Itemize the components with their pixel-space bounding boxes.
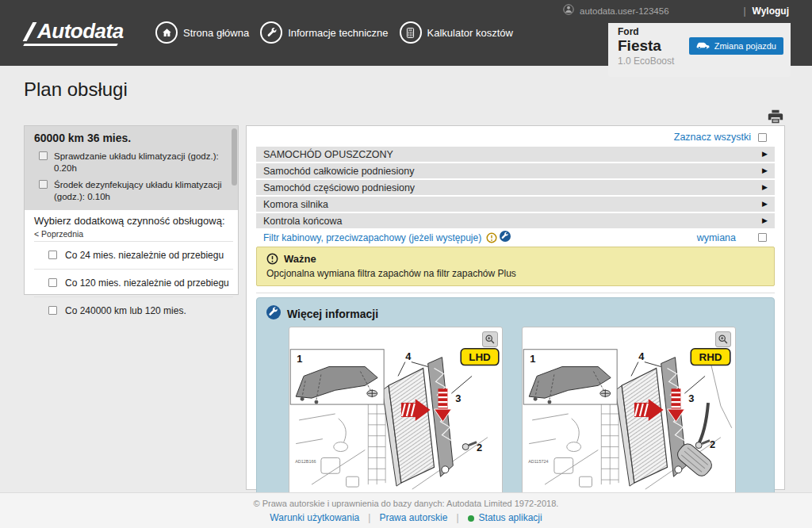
accordion-section-engine-bay[interactable]: Komora silnika ▶ xyxy=(256,197,775,212)
part-label-3: 3 xyxy=(688,392,694,404)
option-label: Co 240000 km lub 120 mies. xyxy=(65,305,186,316)
task-checkbox[interactable] xyxy=(39,151,48,160)
part-label-1: 1 xyxy=(530,353,535,365)
interval-option-row[interactable]: Co 120 mies. niezależnie od przebiegu xyxy=(34,269,233,297)
footer-separator: | xyxy=(368,512,370,523)
print-button[interactable] xyxy=(766,108,785,127)
task-label: Środek dezynfekujący układu klimatyzacji… xyxy=(54,179,233,203)
item-icons xyxy=(486,231,511,245)
lhd-badge: LHD xyxy=(469,351,491,363)
logo-slash-icon xyxy=(19,22,37,41)
task-label: Sprawdzanie układu klimatyzacji (godz.):… xyxy=(54,151,233,174)
figure-code: AD115724 xyxy=(528,459,548,464)
accordion-label: Samochód częściowo podniesiony xyxy=(263,182,415,193)
option-label: Co 24 mies. niezależnie od przebiegu xyxy=(65,250,224,261)
car-icon xyxy=(696,41,710,52)
page-footer: © Prawa autorskie i uprawnienia do bazy … xyxy=(0,492,812,528)
previous-link[interactable]: < Poprzednia xyxy=(34,229,228,239)
wrench-circle-icon[interactable] xyxy=(500,231,511,245)
accordion-section-car-fully-raised[interactable]: Samochód całkowicie podniesiony ▶ xyxy=(256,163,775,178)
expand-arrow-icon: ▶ xyxy=(762,184,768,191)
nav-label-cost-calculator: Kalkulator kosztów xyxy=(427,27,513,39)
vehicle-card: Ford Fiesta 1.0 EcoBoost Zmiana pojazdu xyxy=(608,23,791,77)
part-label-1: 1 xyxy=(297,353,302,365)
footer-separator: | xyxy=(456,512,458,523)
logout-link[interactable]: Wyloguj xyxy=(753,6,789,17)
cabin-filter-checkbox[interactable] xyxy=(758,233,767,242)
username-text: autodata.user-123456 xyxy=(580,6,669,16)
autodata-app: autodata.user-123456 | Wyloguj Autodata … xyxy=(0,0,812,528)
interval-header-block: 60000 km 36 mies. Sprawdzanie układu kli… xyxy=(25,126,238,210)
task-row[interactable]: Sprawdzanie układu klimatyzacji (godz.):… xyxy=(34,148,235,177)
part-label-3: 3 xyxy=(455,392,461,404)
user-row: autodata.user-123456 | Wyloguj xyxy=(563,4,789,18)
option-checkbox[interactable] xyxy=(48,278,57,287)
vehicle-make: Ford xyxy=(618,26,674,37)
top-header: autodata.user-123456 | Wyloguj Autodata … xyxy=(0,0,812,66)
logo-underline xyxy=(23,44,118,46)
footer-link-terms[interactable]: Warunki użytkowania xyxy=(270,512,359,523)
magnifier-icon xyxy=(718,334,729,345)
divider xyxy=(256,293,775,293)
logo-inner: Autodata xyxy=(24,21,124,41)
nav-item-technical-info[interactable]: Informacje techniczne xyxy=(260,21,388,44)
status-ok-icon xyxy=(468,515,474,522)
interval-title: 60000 km 36 mies. xyxy=(34,132,235,144)
autodata-logo[interactable]: Autodata xyxy=(24,21,124,46)
accordion-section-final-check[interactable]: Kontrola końcowa ▶ xyxy=(256,213,775,228)
nav-item-cost-calculator[interactable]: Kalkulator kosztów xyxy=(400,21,513,44)
main-nav: Strona główna Informacje techniczne Kalk… xyxy=(155,21,513,44)
accordion-label: Kontrola końcowa xyxy=(263,216,342,227)
vehicle-engine: 1.0 EcoBoost xyxy=(618,55,674,67)
wrench-circle-icon xyxy=(266,305,281,323)
footer-link-copyright[interactable]: Prawa autorskie xyxy=(379,512,447,523)
accordion-section-car-partly-raised[interactable]: Samochód częściowo podniesiony ▶ xyxy=(256,180,775,195)
calculator-icon xyxy=(400,21,422,44)
left-panel-scrollbar[interactable] xyxy=(232,128,237,186)
select-all-link[interactable]: Zaznacz wszystki xyxy=(674,132,751,143)
copyright-text: © Prawa autorskie i uprawnienia do bazy … xyxy=(0,499,812,508)
user-icon xyxy=(563,4,574,18)
rhd-filter-diagram: RHD 1 4 3 2 AD115724 xyxy=(523,327,735,495)
accordion-label: SAMOCHÓD OPUSZCZONY xyxy=(263,149,393,160)
task-checkbox[interactable] xyxy=(39,180,48,189)
accordion-section-car-lowered[interactable]: SAMOCHÓD OPUSZCZONY ▶ xyxy=(256,147,775,162)
part-label-4: 4 xyxy=(405,350,412,362)
nav-item-home[interactable]: Strona główna xyxy=(155,21,249,44)
expand-arrow-icon: ▶ xyxy=(762,151,768,158)
important-note: Ważne Opcjonalna wymiana filtra zapachów… xyxy=(256,247,775,286)
zoom-in-button[interactable] xyxy=(482,331,498,347)
interval-option-row[interactable]: Co 240000 km lub 120 mies. xyxy=(34,297,233,324)
topbar-separator: | xyxy=(743,6,745,17)
service-interval-panel: 60000 km 36 mies. Sprawdzanie układu kli… xyxy=(24,125,239,295)
home-icon xyxy=(155,21,178,44)
more-info-title: Więcej informacji xyxy=(287,308,378,320)
page-title: Plan obsługi xyxy=(24,78,128,101)
expand-arrow-icon: ▶ xyxy=(762,217,768,224)
expand-arrow-icon: ▶ xyxy=(762,167,768,174)
vehicle-info: Ford Fiesta 1.0 EcoBoost xyxy=(618,26,674,67)
note-title-row: Ważne xyxy=(266,253,764,265)
service-plan-panel: Zaznacz wszystki SAMOCHÓD OPUSZCZONY ▶ S… xyxy=(246,125,785,490)
magnifier-icon xyxy=(485,334,496,345)
vehicle-model: Fiesta xyxy=(618,37,674,55)
figure-code: AD12B166 xyxy=(295,459,316,464)
more-info-header: Więcej informacji xyxy=(266,305,378,323)
option-checkbox[interactable] xyxy=(48,306,57,315)
footer-link-app-status[interactable]: Status aplikacji xyxy=(479,512,542,523)
task-row[interactable]: Środek dezynfekujący układu klimatyzacji… xyxy=(34,177,235,205)
change-vehicle-button[interactable]: Zmiana pojazdu xyxy=(689,37,783,55)
part-label-2: 2 xyxy=(710,438,715,450)
cabin-filter-link[interactable]: Filtr kabinowy, przeciwzapachowy (jeżeli… xyxy=(263,232,481,243)
change-vehicle-label: Zmiana pojazdu xyxy=(714,41,776,51)
footer-links: Warunki użytkowania | Prawa autorskie | … xyxy=(0,512,812,523)
zoom-in-button[interactable] xyxy=(715,331,731,347)
replace-action-link[interactable]: wymiana xyxy=(697,232,736,243)
alert-icon[interactable] xyxy=(486,232,497,243)
option-checkbox[interactable] xyxy=(48,251,57,259)
interval-option-row[interactable]: Co 24 mies. niezależnie od przebiegu xyxy=(34,241,233,269)
user-ident: autodata.user-123456 xyxy=(563,4,669,18)
option-label: Co 120 mies. niezależnie od przebiegu xyxy=(65,277,229,289)
select-all-checkbox[interactable] xyxy=(758,133,767,142)
app-status-wrap: Status aplikacji xyxy=(468,512,542,523)
